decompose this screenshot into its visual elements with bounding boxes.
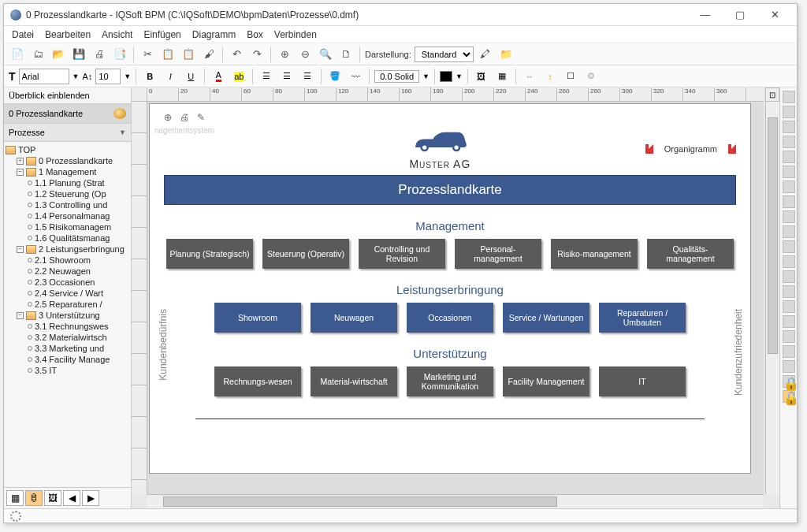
rp-icon-7[interactable] bbox=[783, 180, 795, 193]
tree-node-2[interactable]: 2 Leistungserbringung bbox=[39, 244, 125, 254]
save-icon[interactable]: 💾 bbox=[70, 46, 87, 63]
rp-icon-1[interactable] bbox=[783, 91, 795, 103]
font-color-icon[interactable]: A bbox=[210, 68, 227, 85]
align-left-icon[interactable]: ☰ bbox=[258, 68, 275, 85]
cut-icon[interactable]: ✂ bbox=[139, 46, 156, 63]
zoom-out-icon[interactable]: ⊖ bbox=[296, 46, 314, 63]
paint-icon[interactable]: 🖍 bbox=[477, 46, 494, 63]
tree-expand-icon[interactable]: + bbox=[17, 158, 24, 165]
rp-icon-2[interactable] bbox=[783, 106, 795, 118]
view-grid-icon[interactable]: ▦ bbox=[6, 490, 24, 506]
rp-icon-3[interactable] bbox=[783, 121, 795, 133]
insert-image-icon[interactable]: 🖼 bbox=[473, 68, 490, 85]
box-controlling[interactable]: Controlling und Revision bbox=[359, 239, 445, 269]
organigramm-link[interactable]: Organigramm bbox=[664, 144, 717, 154]
zoom-in-icon[interactable]: ⊕ bbox=[276, 46, 293, 63]
rp-icon-12[interactable] bbox=[783, 255, 795, 268]
box-service[interactable]: Service / Wartungen bbox=[503, 303, 589, 333]
canvas-edit-icon[interactable]: ✎ bbox=[197, 112, 205, 123]
tree-leaf[interactable]: 3.3 Marketing und bbox=[35, 344, 104, 353]
rp-icon-6[interactable] bbox=[783, 166, 795, 178]
tree-node-3[interactable]: 3 Unterstützung bbox=[39, 311, 100, 320]
rp-icon-8[interactable] bbox=[783, 195, 795, 208]
rp-icon-16[interactable] bbox=[783, 315, 795, 328]
maximize-button[interactable]: ▢ bbox=[724, 6, 756, 24]
tree-leaf[interactable]: 2.1 Showroom bbox=[35, 255, 91, 265]
paste-icon[interactable]: 📋 bbox=[180, 46, 197, 63]
copy2-icon[interactable]: 📋 bbox=[159, 46, 177, 63]
tree-leaf[interactable]: 3.4 Facility Manage bbox=[35, 355, 110, 364]
tree-collapse-icon[interactable]: − bbox=[17, 246, 24, 253]
page-icon[interactable]: 🗋 bbox=[337, 46, 355, 63]
redo-icon[interactable]: ↷ bbox=[248, 46, 266, 63]
canvas-scroll[interactable]: ⊕ 🖨 ✎ nagementsystem Muster AG Or bbox=[147, 102, 764, 494]
menu-diagramm[interactable]: Diagramm bbox=[192, 29, 236, 40]
templates-icon[interactable]: 🗂 bbox=[29, 46, 46, 63]
view-prev-icon[interactable]: ◀ bbox=[63, 490, 80, 506]
pdf-icon[interactable] bbox=[645, 144, 653, 154]
tree-leaf[interactable]: 2.3 Occasionen bbox=[35, 277, 95, 287]
tree-leaf[interactable]: 3.2 Materialwirtsch bbox=[35, 333, 107, 342]
sidebar-tab-prozesse[interactable]: Prozesse ▼ bbox=[4, 124, 131, 142]
folder-icon[interactable]: 📁 bbox=[497, 46, 515, 63]
tree-leaf[interactable]: 1.3 Controlling und bbox=[35, 200, 107, 210]
menu-bearbeiten[interactable]: Bearbeiten bbox=[45, 29, 91, 40]
line-color-icon[interactable]: 〰 bbox=[347, 68, 364, 85]
lock-icon[interactable]: 🔒 bbox=[783, 375, 795, 388]
align-center-icon[interactable]: ☰ bbox=[278, 68, 296, 85]
toggle-panel-icon[interactable]: ⊡ bbox=[765, 87, 779, 102]
tree-leaf[interactable]: 3.5 IT bbox=[35, 366, 57, 375]
align-right-icon[interactable]: ☰ bbox=[299, 68, 316, 85]
undo-icon[interactable]: ↶ bbox=[228, 46, 245, 63]
arrow-h-icon[interactable]: ↔ bbox=[521, 68, 538, 85]
box-risiko[interactable]: Risiko-management bbox=[551, 239, 638, 269]
brush-icon[interactable]: 🖌 bbox=[200, 46, 218, 63]
box-rechnung[interactable]: Rechnungs-wesen bbox=[214, 366, 301, 396]
box-facility[interactable]: Facility Management bbox=[503, 366, 589, 396]
minimize-button[interactable]: — bbox=[690, 6, 721, 24]
box-neuwagen[interactable]: Neuwagen bbox=[311, 303, 397, 333]
tree-leaf[interactable]: 1.1 Planung (Strat bbox=[35, 178, 105, 188]
tree-collapse-icon[interactable]: − bbox=[17, 169, 24, 176]
tree-leaf[interactable]: 1.4 Personalmanag bbox=[35, 211, 110, 221]
canvas-zoom-icon[interactable]: ⊕ bbox=[164, 112, 172, 123]
rp-icon-13[interactable] bbox=[783, 270, 795, 283]
tree-root[interactable]: TOP bbox=[18, 145, 35, 154]
rp-icon-5[interactable] bbox=[783, 151, 795, 163]
color-swatch[interactable] bbox=[440, 71, 452, 82]
menu-datei[interactable]: Datei bbox=[12, 29, 34, 40]
menu-box[interactable]: Box bbox=[247, 29, 263, 40]
gear-icon[interactable]: ⚙ bbox=[582, 68, 600, 85]
rp-icon-15[interactable] bbox=[783, 300, 795, 313]
box-occasionen[interactable]: Occasionen bbox=[407, 303, 493, 333]
box-showroom[interactable]: Showroom bbox=[214, 303, 301, 333]
rp-icon-19[interactable] bbox=[783, 360, 795, 373]
document-page[interactable]: ⊕ 🖨 ✎ nagementsystem Muster AG Or bbox=[149, 103, 751, 474]
print-icon[interactable]: 🖨 bbox=[91, 46, 108, 63]
insert-table-icon[interactable]: ▦ bbox=[493, 68, 511, 85]
tree-leaf[interactable]: 1.2 Steuerung (Op bbox=[35, 189, 106, 199]
tree-leaf[interactable]: 1.6 Qualitätsmanag bbox=[35, 233, 110, 243]
arrow-v-icon[interactable]: ↕ bbox=[541, 68, 559, 85]
box-it[interactable]: IT bbox=[599, 366, 686, 396]
tree[interactable]: TOP +0 Prozesslandkarte −1 Management 1.… bbox=[4, 142, 131, 487]
sidebar-header[interactable]: Überblick einblenden bbox=[4, 87, 131, 104]
box-reparaturen[interactable]: Reparaturen / Umbauten bbox=[599, 303, 686, 333]
menu-einfuegen[interactable]: Einfügen bbox=[143, 29, 180, 40]
highlight-icon[interactable]: ab bbox=[230, 68, 247, 85]
menu-verbinden[interactable]: Verbinden bbox=[274, 29, 317, 40]
rp-icon-17[interactable] bbox=[783, 330, 795, 343]
view-next-icon[interactable]: ▶ bbox=[82, 490, 99, 506]
view-db-icon[interactable]: 🛢 bbox=[25, 490, 43, 506]
box-steuerung[interactable]: Steuerung (Operativ) bbox=[262, 239, 349, 269]
line-style-label[interactable]: 0.0 Solid bbox=[374, 70, 419, 83]
tree-leaf[interactable]: 2.2 Neuwagen bbox=[35, 266, 91, 276]
tree-leaf[interactable]: 2.5 Reparaturen / bbox=[35, 299, 102, 309]
tree-leaf[interactable]: 3.1 Rechnungswes bbox=[35, 322, 109, 331]
close-button[interactable]: ✕ bbox=[759, 6, 790, 24]
rp-icon-10[interactable] bbox=[783, 225, 795, 238]
italic-icon[interactable]: I bbox=[162, 68, 179, 85]
rp-icon-18[interactable] bbox=[783, 345, 795, 358]
rp-icon-4[interactable] bbox=[783, 136, 795, 148]
tree-node-1[interactable]: 1 Management bbox=[39, 167, 96, 177]
